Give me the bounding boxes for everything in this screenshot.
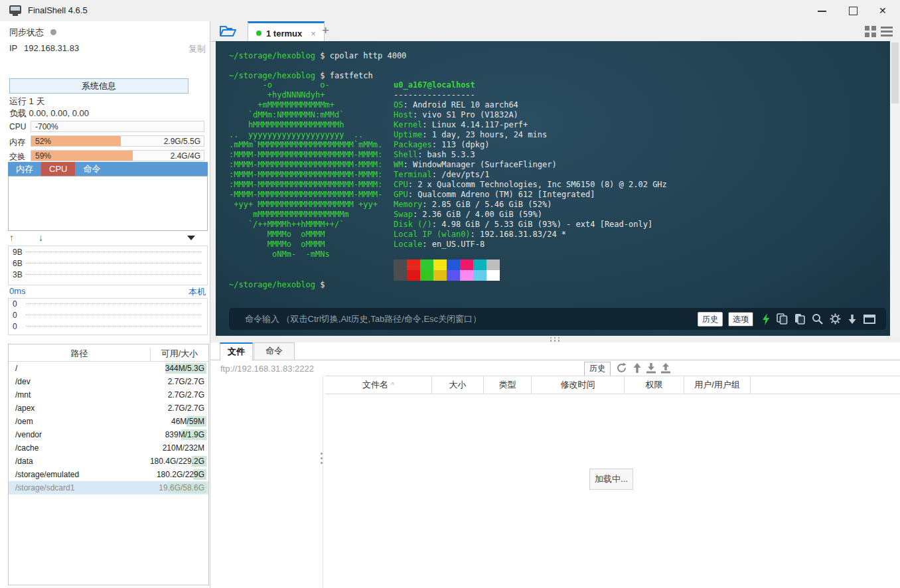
fs-header-path[interactable]: 路径 [9,348,150,360]
tab-commands[interactable]: 命令 [254,342,295,360]
fs-row[interactable]: /oem46M/59M [9,415,208,428]
fastfetch-info-line: OS: Android REL 10 aarch64 [394,100,667,110]
fs-row-value: 46M/59M [171,415,204,428]
tab-termux[interactable]: 1 termux × [248,21,325,43]
fastfetch-ascii-art: -o o- +hydNNNNdyh+ +mMMMMMMMMMMMMm+ `dMM… [229,80,382,259]
fs-row[interactable]: /apex2.7G/2.7G [9,402,208,415]
loading-indicator: 加载中... [589,469,633,490]
fs-row[interactable]: /cache210M/232M [9,441,208,455]
command-input[interactable]: 命令输入 （双击Ctrl切换,Alt历史,Tab路径/命令,Esc关闭窗口） [245,314,698,324]
fastfetch-info-line: Disk (/): 4.98 GiB / 5.33 GiB (93%) - ex… [394,220,667,230]
paste-icon[interactable] [794,313,805,325]
download-arrow-icon: ↓ [38,232,43,243]
net-tick-9b: 9B [13,248,23,257]
hamburger-menu-icon[interactable] [881,26,893,37]
tab-close-icon[interactable]: × [311,29,316,38]
monitor-tab-memory[interactable]: 内存 [8,162,41,176]
fastfetch-info-line: Terminal: /dev/pts/1 [394,170,667,180]
gridline [26,252,202,252]
fs-row-value: 344M/5.3G [165,362,204,375]
search-icon[interactable] [812,313,823,325]
minimize-button[interactable] [807,0,838,21]
open-connections-button[interactable] [219,24,239,40]
gridline [26,263,202,263]
gear-icon[interactable] [830,313,841,325]
fs-row[interactable]: /vendor839M/1.9G [9,428,208,441]
scroll-down-icon[interactable] [848,314,857,325]
fastfetch-info-line: Packages: 113 (dpkg) [394,140,667,150]
history-button[interactable]: 历史 [698,312,723,327]
fastfetch-info-line: Kernel: Linux 4.14.117-perf+ [394,120,667,130]
copy-button[interactable]: 复制 [188,43,206,55]
sync-status-dot [50,29,56,35]
fastfetch-user-host: u0_a167@localhost [394,80,667,90]
gridline [26,326,202,327]
fastfetch-info-line: Local IP (wlan0): 192.168.31.83/24 * [394,230,667,240]
fs-row[interactable]: /344M/5.3G [9,362,208,375]
terminal-screen[interactable]: ~/storage/hexoblog $ cpolar http 4000 ~/… [216,41,890,336]
download-icon[interactable] [646,362,656,374]
fs-row-value: 180.4G/229.2G [150,455,204,468]
bottom-tab-bar: 文件 命令 [210,342,900,360]
graph-dropdown-icon[interactable] [187,236,195,240]
system-info-button[interactable]: 系统信息 [9,78,188,94]
upload-arrow-icon: ↑ [9,232,14,243]
column-header-name[interactable]: 文件名^ [325,376,432,394]
fs-row[interactable]: /data180.4G/229.2G [9,455,208,468]
new-tab-button[interactable]: + [322,23,329,38]
title-bar: FinalShell 4.6.5 [0,0,900,22]
fs-header-size[interactable]: 可用/大小 [150,348,208,361]
cpu-meter-text: -700% [35,122,58,131]
monitor-tab-command[interactable]: 命令 [75,162,108,176]
fullscreen-icon[interactable] [863,315,875,324]
finalshell-window: FinalShell 4.6.5 同步状态 IP 192.168.31.83 复… [0,0,900,588]
ping-host[interactable]: 本机 [188,286,206,298]
refresh-icon[interactable] [616,362,627,374]
gridline [26,303,202,304]
fs-row-path: /data [15,455,33,468]
fastfetch-separator: ----------------- [394,90,667,100]
terminal-scrollbar-thumb[interactable] [891,42,899,104]
fs-row-path: /oem [15,415,33,428]
upload-icon[interactable] [660,362,671,374]
column-header-type[interactable]: 类型 [484,376,532,394]
palette-swatch [487,259,500,270]
fastfetch-info-line: Shell: bash 5.3.3 [394,150,667,160]
ftp-address[interactable]: ftp://192.168.31.83:2222 [220,364,314,374]
tab-files[interactable]: 文件 [220,342,253,361]
palette-swatch [407,259,420,270]
ip-label: IP [9,43,17,53]
fastfetch-info-line: GPU: Qualcomm Adreno (TM) 612 [Integrate… [394,190,667,200]
options-button[interactable]: 选项 [728,312,753,327]
column-header-size[interactable]: 大小 [432,376,484,394]
terminal-scrollbar[interactable] [890,41,900,336]
fs-row[interactable]: /dev2.7G/2.7G [9,375,208,388]
fs-row-path: /storage/sdcard1 [15,481,74,494]
fs-row-path: /apex [15,402,35,415]
fs-row-path: /vendor [15,428,42,441]
filesystem-table-header: 路径 可用/大小 [9,344,208,362]
fs-row[interactable]: /storage/emulated180.2G/229G [9,468,208,481]
column-header-perm[interactable]: 权限 [625,376,684,394]
quick-command-lightning-icon[interactable] [762,313,770,325]
palette-swatch [433,270,447,281]
copy-icon[interactable] [777,313,788,325]
column-header-mtime[interactable]: 修改时间 [532,376,625,394]
ftp-history-button[interactable]: 历史 [584,362,611,376]
maximize-button[interactable] [838,0,868,21]
fs-row[interactable]: /mnt2.7G/2.7G [9,388,208,402]
fastfetch-info-line: Memory: 2.85 GiB / 5.46 GiB (52%) [394,200,667,210]
parent-directory-icon[interactable] [633,362,642,374]
close-button[interactable] [868,0,899,21]
file-pane-splitter-handle[interactable] [321,453,323,464]
fastfetch-info-line: WM: WindowManager (SurfaceFlinger) [394,160,667,170]
fs-row[interactable]: /storage/sdcard119.6G/58.6G [9,481,208,494]
monitor-tab-cpu[interactable]: CPU [41,162,75,176]
ping-tick-1: 0 [13,299,17,309]
column-header-owner[interactable]: 用户/用户组 [684,376,751,394]
sort-caret-icon: ^ [391,381,394,389]
gridline [26,274,202,275]
layout-grid-icon[interactable] [865,26,876,37]
panel-splitter-handle[interactable] [210,336,900,342]
gridline [26,315,202,315]
